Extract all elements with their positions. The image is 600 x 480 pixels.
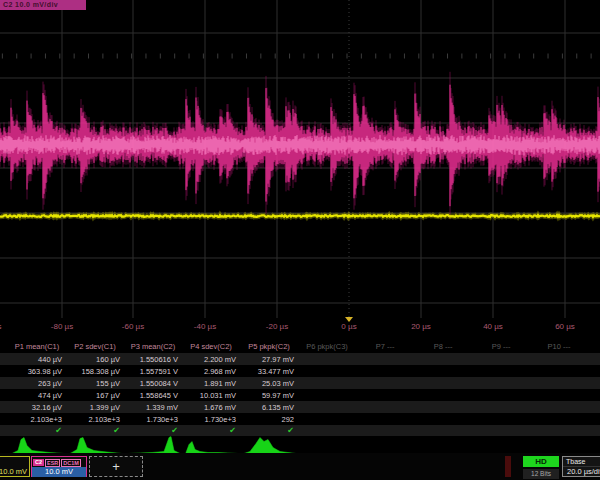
timebase-label: Tbase xyxy=(563,457,600,467)
measure-status-cell: ✔ xyxy=(8,426,66,435)
histicon xyxy=(68,436,124,455)
measurement-table: P1 mean(C1)P2 sdev(C1)P3 mean(C2)P4 sdev… xyxy=(0,340,600,456)
measure-status-cell: ✔ xyxy=(124,426,182,435)
time-axis-label: 20 µs xyxy=(411,322,431,331)
measure-stat-row: 363.98 µV158.308 µV1.557591 V2.968 mV33.… xyxy=(0,365,600,377)
waveform-grid: C2 10.0 mV/div xyxy=(0,0,600,318)
histicon xyxy=(184,436,240,455)
histicon xyxy=(242,436,298,455)
measure-stat-row: 474 µV167 µV1.558645 V10.031 mV59.97 mV xyxy=(0,389,600,401)
measure-stat-row: 263 µV155 µV1.550084 V1.891 mV25.03 mV xyxy=(0,377,600,389)
time-axis-label: -60 µs xyxy=(122,322,144,331)
measure-header-p8[interactable]: P8 --- xyxy=(414,342,472,351)
c2-label: C2 xyxy=(33,459,44,466)
descriptor-bar: C1 DC1M 10.0 mV C2 ESR DC1M 10.0 mV + HD… xyxy=(0,453,600,480)
measure-header-p4[interactable]: P4 sdev(C2) xyxy=(182,342,240,351)
hd-mode-badge: HD xyxy=(523,456,559,467)
measure-value-cell: 160 µV xyxy=(66,355,124,364)
channel-descriptor-c2[interactable]: C2 ESR DC1M 10.0 mV xyxy=(31,456,87,477)
timebase-descriptor[interactable]: Tbase 20.0 µs/div xyxy=(562,456,600,477)
c2-volts-per-div[interactable]: 10.0 mV xyxy=(32,467,86,477)
time-axis-label: 40 µs xyxy=(483,322,503,331)
trigger-descriptor-edge xyxy=(505,456,511,477)
c1-volts-per-div[interactable]: 10.0 mV xyxy=(0,467,29,477)
measure-header-p9[interactable]: P9 --- xyxy=(472,342,530,351)
measure-value-cell: 1.891 mV xyxy=(182,379,240,388)
measure-status-cell: ✔ xyxy=(182,426,240,435)
measure-value-cell: 33.477 mV xyxy=(240,367,298,376)
measure-value-cell: 474 µV xyxy=(8,391,66,400)
measure-value-cell: 59.97 mV xyxy=(240,391,298,400)
time-axis-label: -100 µs xyxy=(0,322,1,331)
plus-icon: + xyxy=(112,459,120,474)
measure-status-row: ✔✔✔✔✔ xyxy=(0,425,600,436)
time-axis-label: -80 µs xyxy=(51,322,73,331)
measure-value-cell: 167 µV xyxy=(66,391,124,400)
measure-value-cell: 1.676 mV xyxy=(182,403,240,412)
time-axis-label: -20 µs xyxy=(266,322,288,331)
measure-header-row: P1 mean(C1)P2 sdev(C1)P3 mean(C2)P4 sdev… xyxy=(0,340,600,353)
measure-header-p1[interactable]: P1 mean(C1) xyxy=(8,342,66,351)
measure-value-cell: 25.03 mV xyxy=(240,379,298,388)
bit-depth-badge: 12 Bits xyxy=(523,469,559,479)
time-axis-label: 60 µs xyxy=(555,322,575,331)
measure-header-p7[interactable]: P7 --- xyxy=(356,342,414,351)
measure-stat-row: 440 µV160 µV1.550616 V2.200 mV27.97 mV xyxy=(0,353,600,365)
measure-value-cell: 27.97 mV xyxy=(240,355,298,364)
measure-header-p2[interactable]: P2 sdev(C1) xyxy=(66,342,124,351)
measure-value-cell: 1.730e+3 xyxy=(124,415,182,424)
measure-value-cell: 6.135 mV xyxy=(240,403,298,412)
time-axis-label: 0 µs xyxy=(341,322,356,331)
measure-header-p3[interactable]: P3 mean(C2) xyxy=(124,342,182,351)
measure-value-cell: 155 µV xyxy=(66,379,124,388)
waveform-canvas xyxy=(0,0,600,318)
oscilloscope-screen: C2 10.0 mV/div -100 µs-80 µs-60 µs-40 µs… xyxy=(0,0,600,480)
measure-value-cell: 32.16 µV xyxy=(8,403,66,412)
measure-value-cell: 1.558645 V xyxy=(124,391,182,400)
measure-value-cell: 2.968 mV xyxy=(182,367,240,376)
measure-status-cell: ✔ xyxy=(66,426,124,435)
measure-value-cell: 158.308 µV xyxy=(66,367,124,376)
channel-descriptor-c1[interactable]: C1 DC1M 10.0 mV xyxy=(0,456,30,477)
c2-coupling-badge: DC1M xyxy=(61,459,81,467)
time-axis-label: -40 µs xyxy=(194,322,216,331)
measure-value-cell: 2.200 mV xyxy=(182,355,240,364)
measure-header-p5[interactable]: P5 pkpk(C2) xyxy=(240,342,298,351)
measure-value-cell: 1.557591 V xyxy=(124,367,182,376)
measure-value-cell: 363.98 µV xyxy=(8,367,66,376)
measure-header-p10[interactable]: P10 --- xyxy=(530,342,588,351)
timebase-value: 20.0 µs/div xyxy=(563,467,600,477)
measure-value-cell: 1.550084 V xyxy=(124,379,182,388)
time-axis: -100 µs-80 µs-60 µs-40 µs-20 µs0 µs20 µs… xyxy=(0,318,600,336)
histicon xyxy=(126,436,182,455)
measure-value-cell: 1.399 µV xyxy=(66,403,124,412)
measure-value-cell: 292 xyxy=(240,415,298,424)
measure-value-cell: 10.031 mV xyxy=(182,391,240,400)
histicon xyxy=(10,436,66,455)
measure-stat-row: 2.103e+32.103e+31.730e+31.730e+3292 xyxy=(0,413,600,425)
measure-value-cell: 2.103e+3 xyxy=(8,415,66,424)
measure-value-cell: 1.550616 V xyxy=(124,355,182,364)
c1-trace xyxy=(0,215,600,217)
add-trace-button[interactable]: + xyxy=(89,456,143,477)
c2-esr-badge: ESR xyxy=(45,459,60,467)
measure-value-cell: 440 µV xyxy=(8,355,66,364)
measure-header-p6[interactable]: P6 pkpk(C3) xyxy=(298,342,356,351)
measure-value-cell: 2.103e+3 xyxy=(66,415,124,424)
measure-status-cell: ✔ xyxy=(240,426,298,435)
trigger-time-marker[interactable] xyxy=(345,317,353,322)
measure-value-cell: 1.339 mV xyxy=(124,403,182,412)
measure-stat-row: 32.16 µV1.399 µV1.339 mV1.676 mV6.135 mV xyxy=(0,401,600,413)
measure-value-cell: 1.730e+3 xyxy=(182,415,240,424)
trace-annotation-c2: C2 10.0 mV/div xyxy=(0,0,86,10)
measure-value-cell: 263 µV xyxy=(8,379,66,388)
